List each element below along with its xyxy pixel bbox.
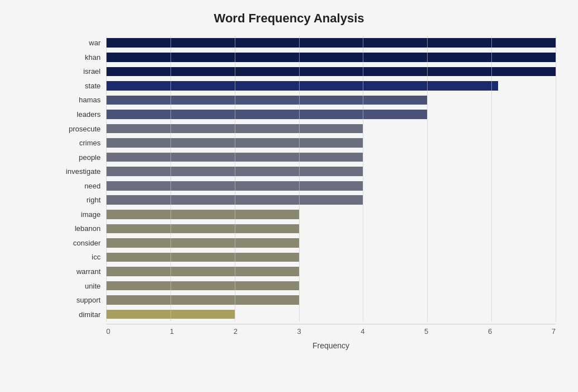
bar-label: prosecute (56, 125, 106, 133)
bar-row: right (106, 193, 556, 207)
bar-row: dimitar (106, 307, 556, 322)
bar-fill (106, 167, 363, 176)
bar-row: leaders (106, 107, 556, 122)
bar-label: leaders (56, 110, 106, 119)
bar-label: dimitar (56, 310, 106, 319)
bar-fill (106, 210, 299, 219)
x-tick-label: 2 (234, 327, 238, 336)
bar-row: unite (106, 278, 556, 293)
bar-label: right (56, 196, 106, 204)
bar-fill (106, 38, 556, 48)
bar-label: war (56, 39, 106, 47)
bar-row: people (106, 150, 556, 164)
grid-line (556, 36, 556, 322)
x-axis-title: Frequency (106, 341, 556, 350)
x-tick-label: 7 (552, 327, 556, 336)
chart-container: Word Frequency Analysis warkhanisraelsta… (0, 0, 578, 392)
bar-fill (106, 138, 363, 148)
bar-row: icc (106, 250, 556, 265)
bar-row: lebanon (106, 221, 556, 236)
chart-title: Word Frequency Analysis (22, 11, 556, 26)
bar-row: khan (106, 50, 556, 65)
x-axis-line (106, 324, 556, 324)
bar-row: support (106, 293, 556, 308)
bar-fill (106, 124, 363, 134)
bar-fill (106, 67, 556, 77)
bar-label: support (56, 296, 106, 304)
bar-fill (106, 224, 299, 234)
bar-fill (106, 81, 498, 91)
x-tick-label: 6 (488, 327, 492, 336)
bar-row: investigate (106, 164, 556, 179)
bar-label: israel (56, 67, 106, 75)
bar-fill (106, 181, 363, 191)
bar-fill (106, 195, 363, 205)
bar-row: crimes (106, 136, 556, 150)
bar-row: warrant (106, 265, 556, 279)
bar-fill (106, 110, 427, 119)
bar-label: crimes (56, 139, 106, 147)
bar-row: state (106, 79, 556, 93)
x-axis-labels: 01234567 (106, 327, 556, 336)
bar-label: lebanon (56, 224, 106, 233)
bars-container: warkhanisraelstatehamasleadersprosecutec… (106, 36, 556, 322)
bar-label: consider (56, 239, 106, 247)
bar-label: unite (56, 282, 106, 290)
bar-label: warrant (56, 267, 106, 276)
bar-label: people (56, 153, 106, 162)
bar-fill (106, 267, 299, 276)
x-tick-label: 1 (170, 327, 174, 336)
bar-fill (106, 295, 299, 305)
bar-fill (106, 238, 299, 248)
bar-row: hamas (106, 93, 556, 107)
bar-label: icc (56, 253, 106, 261)
bar-row: prosecute (106, 121, 556, 136)
bar-fill (106, 53, 556, 62)
bar-label: investigate (56, 167, 106, 176)
bar-label: need (56, 182, 106, 190)
bar-label: image (56, 210, 106, 219)
bar-row: war (106, 36, 556, 50)
bar-row: image (106, 207, 556, 222)
bar-label: hamas (56, 96, 106, 104)
bar-fill (106, 310, 235, 319)
bar-fill (106, 153, 363, 162)
bar-row: consider (106, 236, 556, 251)
bar-fill (106, 281, 299, 291)
x-tick-label: 5 (424, 327, 428, 336)
bar-label: khan (56, 53, 106, 62)
x-tick-label: 0 (106, 327, 110, 336)
bar-fill (106, 253, 299, 262)
bar-row: need (106, 178, 556, 193)
x-tick-label: 4 (361, 327, 364, 336)
bar-row: israel (106, 64, 556, 79)
bar-label: state (56, 82, 106, 90)
bar-fill (106, 96, 427, 105)
x-tick-label: 3 (297, 327, 301, 336)
